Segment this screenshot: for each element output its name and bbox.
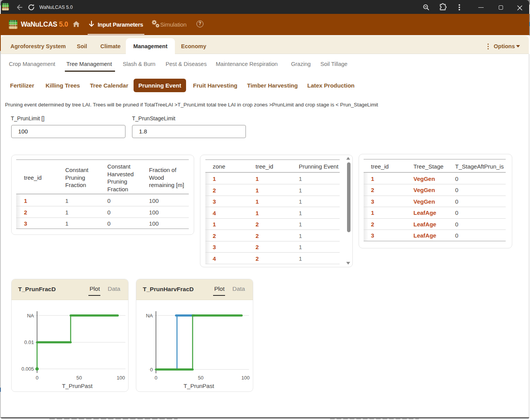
svg-text:100: 100 <box>241 375 250 381</box>
svg-text:NA: NA <box>27 313 34 319</box>
svg-text:50: 50 <box>76 375 82 381</box>
svg-text:NA: NA <box>146 313 153 319</box>
svg-text:T_PrunPast: T_PrunPast <box>183 383 214 389</box>
svg-text:0: 0 <box>150 367 153 373</box>
svg-text:T_PrunPast: T_PrunPast <box>62 383 93 389</box>
svg-text:0: 0 <box>36 375 38 381</box>
svg-text:0.005: 0.005 <box>21 366 34 372</box>
svg-text:100: 100 <box>117 375 125 381</box>
svg-text:0: 0 <box>154 375 157 381</box>
svg-text:0.01: 0.01 <box>24 339 34 345</box>
svg-text:50: 50 <box>198 375 203 381</box>
